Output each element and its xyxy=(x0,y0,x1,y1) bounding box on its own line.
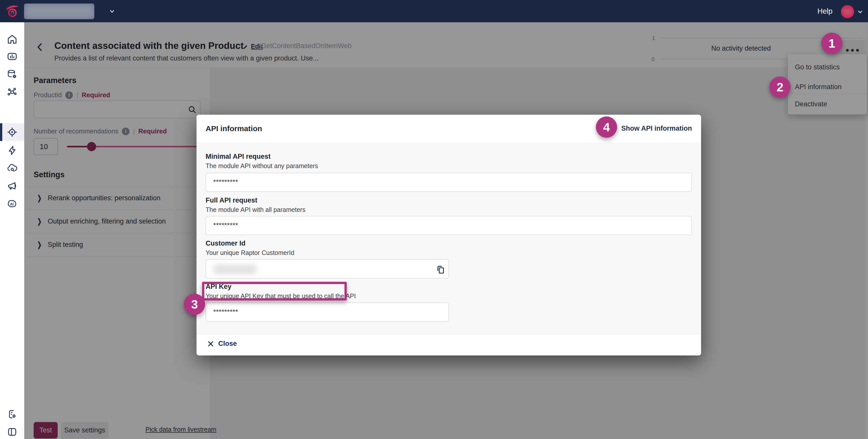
customer-id-field xyxy=(206,259,449,279)
annotation-badge-3: 3 xyxy=(184,294,205,315)
top-navbar: Help xyxy=(0,0,868,22)
redacted-customer-id xyxy=(214,264,256,274)
svg-text:AI: AI xyxy=(10,202,13,206)
sidebar-item-integrations[interactable] xyxy=(0,83,24,101)
left-sidebar: AI xyxy=(0,22,25,439)
sidebar-item-search-cloud[interactable] xyxy=(0,159,24,177)
chevron-down-icon[interactable] xyxy=(109,8,115,15)
sidebar-item-ai[interactable]: AI xyxy=(0,195,24,212)
close-button[interactable]: Close xyxy=(206,340,239,348)
customer-id-label: Customer Id xyxy=(206,239,246,247)
raptor-logo-icon[interactable] xyxy=(5,3,20,19)
chevron-down-icon[interactable] xyxy=(857,9,863,15)
minimal-api-input[interactable] xyxy=(213,175,626,189)
avatar[interactable] xyxy=(841,5,854,18)
customer-id-desc: Your unique Raptor CustomerId xyxy=(206,249,294,257)
modal-title: API information xyxy=(206,124,262,133)
sidebar-item-statistics[interactable] xyxy=(0,48,24,65)
annotation-badge-2: 2 xyxy=(769,77,790,98)
full-api-input[interactable] xyxy=(213,218,626,233)
sidebar-item-data[interactable] xyxy=(0,65,24,83)
sidebar-item-home[interactable] xyxy=(0,30,24,48)
api-key-field xyxy=(206,302,449,322)
annotation-badge-4: 4 xyxy=(596,116,617,138)
sidebar-item-marketing[interactable] xyxy=(0,177,24,195)
full-api-label: Full API request xyxy=(206,197,257,204)
minimal-api-label: Minimal API request xyxy=(206,153,271,160)
project-selector[interactable] xyxy=(24,4,94,19)
copy-icon[interactable] xyxy=(434,264,445,275)
api-information-modal: API information Show API information Min… xyxy=(196,115,701,355)
sidebar-item-export-settings[interactable] xyxy=(0,405,24,423)
minimal-api-field xyxy=(206,173,692,192)
sidebar-item-recommendations-active[interactable] xyxy=(0,123,24,141)
show-api-information-button[interactable]: Show API information xyxy=(609,124,692,133)
sidebar-item-collapse-panel[interactable] xyxy=(0,423,24,439)
annotation-badge-1: 1 xyxy=(821,33,842,54)
modal-header: API information Show API information xyxy=(196,115,701,143)
full-api-desc: The module API with all parameters xyxy=(206,206,306,213)
help-link[interactable]: Help xyxy=(817,0,833,22)
minimal-api-desc: The module API without any parameters xyxy=(206,162,318,170)
modal-footer: Close xyxy=(196,334,701,355)
api-key-input[interactable] xyxy=(213,304,420,319)
full-api-field xyxy=(206,216,692,235)
api-key-highlight-box xyxy=(202,282,347,300)
sidebar-item-automation[interactable] xyxy=(0,142,24,159)
app-window: Help AI xyxy=(0,0,868,439)
close-icon xyxy=(207,340,214,347)
